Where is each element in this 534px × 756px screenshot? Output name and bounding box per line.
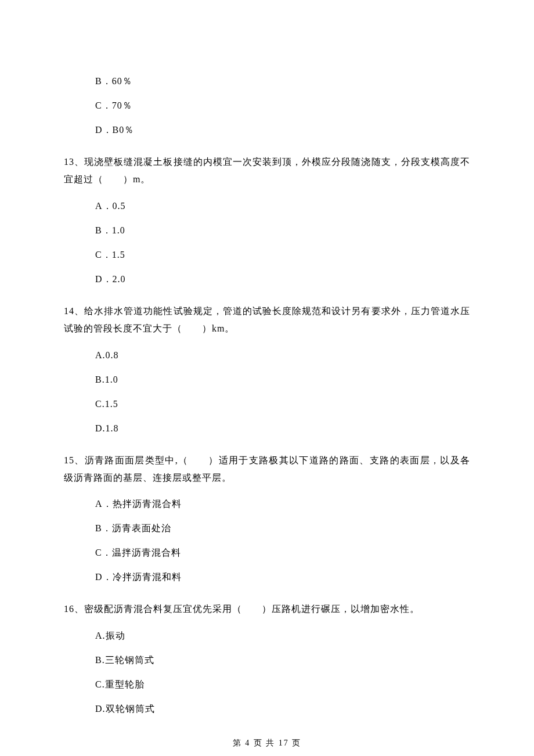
q13-option-d: D．2.0 [95,272,470,286]
q16-option-a: A.振动 [95,629,470,643]
q15-option-d: D．冷拌沥青混和料 [95,570,470,584]
q14-option-d: D.1.8 [95,422,470,435]
q13-stem: 13、现浇壁板缝混凝土板接缝的内模宜一次安装到顶，外模应分段随浇随支，分段支模高… [64,153,470,189]
q15-stem: 15、沥青路面面层类型中,（ ）适用于支路极其以下道路的路面、支路的表面层，以及… [64,452,470,487]
q13-option-a: A．0.5 [95,199,470,213]
page-content: B．60％ C．70％ D．B0％ 13、现浇壁板缝混凝土板接缝的内模宜一次安装… [0,0,534,749]
q13-option-c: C．1.5 [95,248,470,262]
q15-option-c: C．温拌沥青混合料 [95,546,470,560]
q15-option-b: B．沥青表面处治 [95,521,470,535]
q12-option-c: C．70％ [95,99,470,113]
q14-option-c: C.1.5 [95,397,470,411]
q14-option-a: A.0.8 [95,348,470,362]
q15-option-a: A．热拌沥青混合料 [95,497,470,511]
q13-option-b: B．1.0 [95,224,470,237]
q16-option-c: C.重型轮胎 [95,678,470,692]
q16-option-d: D.双轮钢筒式 [95,702,470,716]
q12-option-b: B．60％ [95,74,470,88]
page-footer: 第 4 页 共 17 页 [64,737,470,749]
q14-stem: 14、给水排水管道功能性试验规定，管道的试验长度除规范和设计另有要求外，压力管道… [64,303,470,338]
q14-option-b: B.1.0 [95,373,470,387]
q16-option-b: B.三轮钢筒式 [95,653,470,667]
q16-stem: 16、密级配沥青混合料复压宜优先采用（ ）压路机进行碾压，以增加密水性。 [64,600,470,618]
q12-option-d: D．B0％ [95,123,470,137]
